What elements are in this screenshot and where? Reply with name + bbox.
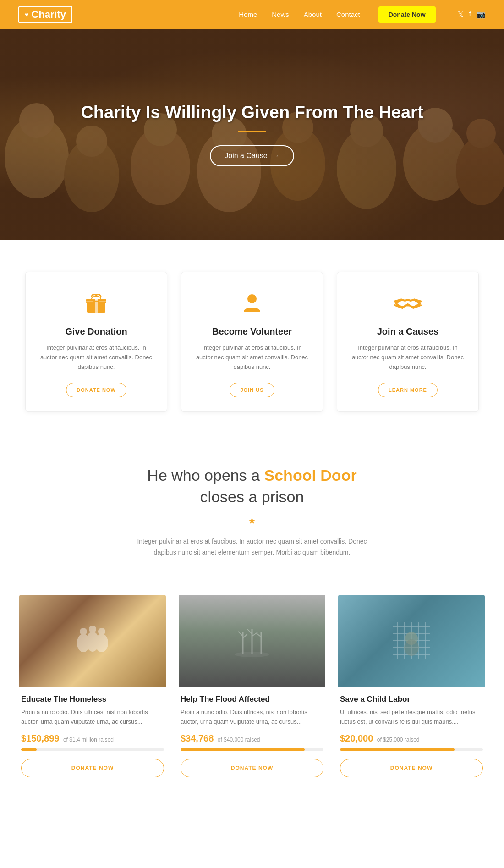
cause-image-flood xyxy=(179,595,325,687)
cause-title-flood: Help The Flood Affected xyxy=(181,695,323,704)
svg-point-15 xyxy=(466,119,496,148)
cause-progress-fill-educate xyxy=(21,748,37,751)
twitter-icon[interactable]: 𝕏 xyxy=(458,10,464,19)
quote-section: He who opens a School Door closes a pris… xyxy=(0,439,504,581)
quote-star-line: ★ xyxy=(18,515,486,526)
nav-donate-button[interactable]: Donate Now xyxy=(378,6,436,23)
causes-section: Educate The Homeless Proin a nunc odio. … xyxy=(0,581,504,814)
cause-progress-fill-flood xyxy=(181,748,305,751)
hero-content: Charity Is Willingly Given From The Hear… xyxy=(71,102,432,167)
cause-image-child xyxy=(338,595,485,687)
svg-point-22 xyxy=(247,294,257,303)
hero-title: Charity Is Willingly Given From The Hear… xyxy=(81,102,423,123)
cause-text-child: Ut ultrices, nisl sed pellentesque matti… xyxy=(340,708,483,727)
join-cause-arrow: → xyxy=(272,152,279,160)
svg-point-21 xyxy=(95,297,98,300)
donate-cause-flood-button[interactable]: DONATE NOW xyxy=(181,759,323,777)
cause-body-child: Save a Child Labor Ut ultrices, nisl sed… xyxy=(338,687,485,782)
cause-amount-flood: $34,768 of $40,000 raised xyxy=(181,733,323,744)
cause-progress-bar-child xyxy=(340,748,483,751)
cause-image-classroom xyxy=(19,595,166,687)
cause-amount-educate: $150,899 of $1.4 million raised xyxy=(21,733,164,744)
navbar: ♥ Charity Home News About Contact Donate… xyxy=(0,0,504,29)
hero-section: Charity Is Willingly Given From The Hear… xyxy=(0,29,504,240)
logo[interactable]: ♥ Charity xyxy=(18,6,72,23)
gift-icon xyxy=(83,291,109,318)
become-volunteer-text: Integer pulvinar at eros at faucibus. In… xyxy=(195,343,309,372)
logo-heart-icon: ♥ xyxy=(25,11,28,18)
cards-section: Give Donation Integer pulvinar at eros a… xyxy=(0,240,504,439)
facebook-icon[interactable]: f xyxy=(469,10,471,19)
join-cause-label: Join a Cause xyxy=(225,152,267,160)
nav-contact[interactable]: Contact xyxy=(336,11,360,18)
svg-point-49 xyxy=(404,639,419,656)
join-causes-card: Join a Causes Integer pulvinar at eros a… xyxy=(337,272,479,412)
cause-progress-bar-educate xyxy=(21,748,164,751)
cause-progress-fill-child xyxy=(340,748,455,751)
donate-cause-child-button[interactable]: DONATE NOW xyxy=(340,759,483,777)
join-us-button[interactable]: JOIN US xyxy=(230,383,274,397)
cause-card-child: Save a Child Labor Ut ultrices, nisl sed… xyxy=(338,595,485,782)
cause-text-flood: Proin a nunc odio. Duis ultrices, nisl n… xyxy=(181,708,323,727)
svg-point-37 xyxy=(235,652,269,657)
cause-text-educate: Proin a nunc odio. Duis ultrices, nisl n… xyxy=(21,708,164,727)
cause-card-educate: Educate The Homeless Proin a nunc odio. … xyxy=(19,595,166,782)
become-volunteer-card: Become Volunteer Integer pulvinar at ero… xyxy=(181,272,323,412)
cause-body-educate: Educate The Homeless Proin a nunc odio. … xyxy=(19,687,166,782)
cause-title-child: Save a Child Labor xyxy=(340,695,483,704)
quote-body-text: Integer pulvinar at eros at faucibus. In… xyxy=(133,536,371,558)
quote-sub: closes a prison xyxy=(18,488,486,506)
learn-more-button[interactable]: LEARN MORE xyxy=(378,383,438,397)
join-causes-text: Integer pulvinar at eros at faucibus. In… xyxy=(351,343,465,372)
quote-heading-highlight: School Door xyxy=(264,467,357,484)
give-donation-title: Give Donation xyxy=(39,326,153,337)
svg-point-28 xyxy=(95,634,108,652)
cause-title-educate: Educate The Homeless xyxy=(21,695,164,704)
quote-line-right xyxy=(262,521,317,521)
quote-heading-part1: He who opens a xyxy=(147,467,264,484)
nav-about[interactable]: About xyxy=(304,11,322,18)
quote-heading: He who opens a School Door xyxy=(18,467,486,484)
instagram-icon[interactable]: 📷 xyxy=(477,10,486,19)
join-causes-title: Join a Causes xyxy=(351,326,465,337)
nav-social: 𝕏 f 📷 xyxy=(458,10,486,19)
donate-cause-educate-button[interactable]: DONATE NOW xyxy=(21,759,164,777)
svg-line-34 xyxy=(252,632,257,636)
donate-now-button[interactable]: DONATE NOW xyxy=(66,383,126,397)
cause-card-flood: Help The Flood Affected Proin a nunc odi… xyxy=(179,595,325,782)
logo-text: Charity xyxy=(31,9,66,21)
cause-body-flood: Help The Flood Affected Proin a nunc odi… xyxy=(179,687,325,782)
hero-divider xyxy=(238,131,266,132)
svg-point-8 xyxy=(19,103,54,138)
quote-line-left xyxy=(187,521,242,521)
give-donation-card: Give Donation Integer pulvinar at eros a… xyxy=(25,272,167,412)
give-donation-text: Integer pulvinar at eros at faucibus. In… xyxy=(39,343,153,372)
nav-home[interactable]: Home xyxy=(239,11,257,18)
nav-news[interactable]: News xyxy=(272,11,289,18)
join-cause-button[interactable]: Join a Cause → xyxy=(210,145,294,166)
person-icon xyxy=(239,291,265,318)
quote-star-icon: ★ xyxy=(248,515,256,526)
become-volunteer-title: Become Volunteer xyxy=(195,326,309,337)
handshake-icon xyxy=(394,291,422,318)
cause-amount-child: $20,000 of $25,000 raised xyxy=(340,733,483,744)
cause-progress-bar-flood xyxy=(181,748,323,751)
nav-links: Home News About Contact Donate Now 𝕏 f 📷 xyxy=(239,6,486,23)
